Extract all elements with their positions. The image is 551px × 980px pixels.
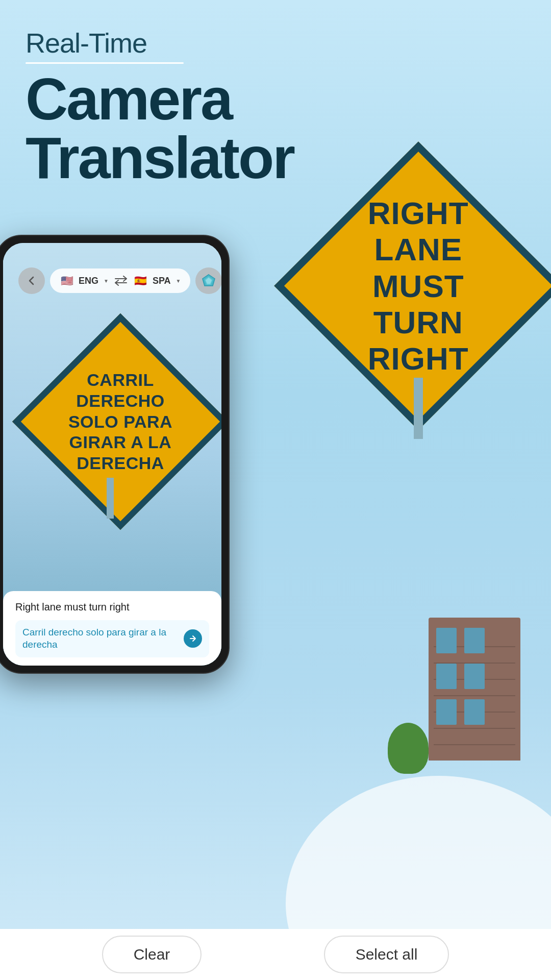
phone-translation-panel: Right lane must turn right Carril derech…	[3, 591, 221, 666]
select-all-button[interactable]: Select all	[324, 936, 449, 973]
header-title-line1: Camera	[26, 70, 294, 129]
phone-screen: 🇺🇸 ENG ▼ 🇪🇸 SPA ▼	[3, 243, 221, 666]
phone-body: 🇺🇸 ENG ▼ 🇪🇸 SPA ▼	[0, 235, 230, 674]
building-window	[436, 699, 457, 725]
phone-sign-text: CARRILDERECHOSOLO PARAGIRAR A LADERECHA	[64, 370, 177, 474]
translation-arrow-button[interactable]	[184, 629, 202, 648]
source-lang-flag: 🇺🇸	[59, 273, 74, 288]
header-subtitle: Real-Time	[26, 28, 294, 58]
phone-sign-inner: CARRILDERECHOSOLO PARAGIRAR A LADERECHA	[21, 322, 220, 521]
translation-result-row[interactable]: Carril derecho solo para girar a la dere…	[15, 620, 209, 657]
target-lang-code: SPA	[153, 276, 171, 286]
building-window	[436, 628, 457, 653]
phone-sign-pole	[107, 478, 114, 519]
phone-toolbar: 🇺🇸 ENG ▼ 🇪🇸 SPA ▼	[18, 267, 206, 294]
swap-languages-icon[interactable]	[113, 273, 129, 289]
back-button[interactable]	[18, 267, 45, 294]
real-sign-diamond: RIGHTLANEMUSTTURNRIGHT	[274, 141, 551, 430]
tree-icon	[388, 723, 429, 774]
source-lang-chevron: ▼	[104, 278, 109, 284]
real-sign-text: RIGHTLANEMUSTTURNRIGHT	[363, 190, 474, 382]
real-sign-container: RIGHTLANEMUSTTURNRIGHT	[276, 143, 551, 439]
source-lang-code: ENG	[79, 276, 98, 286]
building-window	[464, 699, 485, 725]
target-lang-chevron: ▼	[176, 278, 181, 284]
phone-mockup: 🇺🇸 ENG ▼ 🇪🇸 SPA ▼	[0, 235, 240, 684]
header-title-line2: Translator	[26, 129, 294, 187]
translation-original-text: Right lane must turn right	[15, 601, 209, 613]
header-underline	[26, 62, 184, 64]
phone-sign-diamond: CARRILDERECHOSOLO PARAGIRAR A LADERECHA	[12, 313, 221, 530]
target-lang-flag: 🇪🇸	[133, 273, 148, 288]
building-window	[436, 664, 457, 689]
building-window	[464, 628, 485, 653]
trees-decoration	[388, 723, 429, 776]
bottom-buttons-bar: Clear Select all	[0, 929, 551, 980]
premium-button[interactable]	[195, 267, 221, 294]
clear-button[interactable]: Clear	[102, 936, 202, 973]
phone-translated-sign: CARRILDERECHOSOLO PARAGIRAR A LADERECHA	[13, 314, 207, 519]
header-section: Real-Time Camera Translator	[26, 28, 294, 187]
translation-result-text: Carril derecho solo para girar a la dere…	[22, 626, 179, 651]
language-selector[interactable]: 🇺🇸 ENG ▼ 🇪🇸 SPA ▼	[50, 268, 190, 293]
real-sign-pole	[414, 378, 423, 439]
building-decoration	[429, 618, 520, 761]
building-window	[464, 664, 485, 689]
